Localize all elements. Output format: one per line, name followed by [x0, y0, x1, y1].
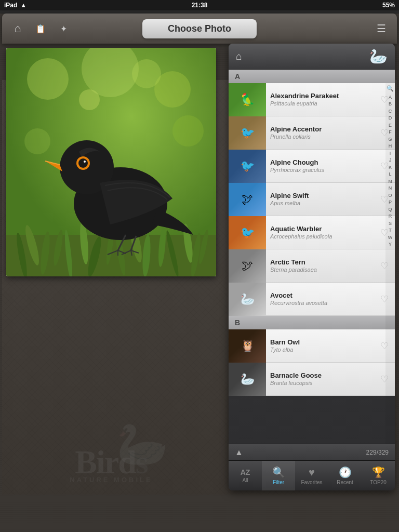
tab-top20[interactable]: 🏆 TOP20 [362, 461, 395, 490]
swan-icon: 🦢 [369, 48, 388, 65]
tab-recent-label: Recent [337, 480, 353, 485]
bird-item-barn-owl[interactable]: 🦉 Barn Owl Tyto alba ♡ [229, 329, 395, 363]
index-k[interactable]: K [389, 164, 392, 171]
svg-point-6 [79, 89, 100, 110]
bird-list-panel: ⌂ 🦢 A 🦜 Alexandrine Parakeet Psittacula … [229, 44, 395, 490]
pagination-bar: ▲ 229/329 [229, 444, 395, 460]
tab-filter-label: Filter [273, 480, 284, 485]
brand-subtitle: NATURE MOBILE [70, 476, 152, 484]
bird-thumb-alexandrine: 🦜 [229, 83, 266, 116]
bird-thumb-aquatic-warbler: 🐦 [229, 216, 266, 249]
bird-name-alexandrine: Alexandrine Parakeet [270, 92, 376, 100]
bird-name-avocet: Avocet [270, 291, 376, 300]
list-header: ⌂ 🦢 [229, 44, 395, 70]
list-view-button[interactable]: ☰ [370, 17, 393, 40]
bird-name-arctic-tern: Arctic Tern [270, 258, 376, 267]
bird-item-aquatic-warbler[interactable]: 🐦 Aquatic Warbler Acrocephalus paludicol… [229, 216, 395, 249]
index-p[interactable]: P [389, 199, 392, 206]
index-m[interactable]: M [388, 178, 392, 185]
tab-filter[interactable]: 🔍 Filter [262, 461, 295, 490]
index-b[interactable]: B [389, 101, 392, 108]
toolbar: ⌂ 📋 ✦ Choose Photo ☰ [2, 14, 397, 44]
bird-thumb-arctic-tern: 🕊 [229, 249, 266, 283]
bird-item-alpine-chough[interactable]: 🐦 Alpine Chough Pyrrhocorax graculus ♡ [229, 150, 395, 183]
bird-latin-barn-owl: Tyto alba [270, 347, 376, 353]
scroll-up-button[interactable]: ▲ [235, 448, 243, 457]
svg-point-4 [172, 115, 204, 147]
device-label: iPad [4, 2, 17, 9]
bird-name-barnacle-goose: Barnacle Goose [270, 371, 376, 380]
index-s[interactable]: S [389, 220, 392, 228]
choose-photo-button[interactable]: Choose Photo [142, 19, 257, 38]
bird-item-arctic-tern[interactable]: 🕊 Arctic Tern Sterna paradisaea ♡ [229, 249, 395, 283]
index-q[interactable]: Q [388, 206, 392, 214]
index-i[interactable]: I [390, 150, 391, 157]
bird-item-barnacle-goose[interactable]: 🦢 Barnacle Goose Branta leucopsis ♡ [229, 363, 395, 396]
section-a-header: A [229, 70, 395, 83]
content-area: 🦢 Birds NATURE MOBILE ⌂ 🦢 A [2, 44, 397, 495]
app-container: ⌂ 📋 ✦ Choose Photo ☰ [0, 14, 399, 532]
bird-thumb-alpine-swift: 🕊 [229, 183, 266, 216]
index-search[interactable]: 🔍 [387, 84, 394, 93]
status-right: 55% [382, 2, 395, 9]
left-panel: 🦢 Birds NATURE MOBILE [2, 44, 220, 495]
svg-point-5 [24, 128, 50, 154]
tab-bar: AZ All 🔍 Filter ♥ Favorites 🕐 Recent 🏆 [229, 460, 395, 490]
bird-info-barn-owl: Barn Owl Tyto alba [266, 336, 380, 355]
tab-all[interactable]: AZ All [229, 461, 262, 490]
bird-item-alexandrine[interactable]: 🦜 Alexandrine Parakeet Psittacula eupatr… [229, 83, 395, 116]
tab-top20-label: TOP20 [370, 480, 387, 485]
index-f[interactable]: F [389, 129, 392, 136]
index-w[interactable]: W [388, 234, 393, 242]
index-e[interactable]: E [389, 122, 392, 129]
bird-info-alpine-chough: Alpine Chough Pyrrhocorax graculus [266, 156, 380, 176]
index-l[interactable]: L [389, 171, 391, 178]
bird-latin-alpine-accentor: Prunella collaris [270, 134, 376, 140]
bird-info-aquatic-warbler: Aquatic Warbler Acrocephalus paludicola [266, 223, 380, 242]
bird-info-alpine-accentor: Alpine Accentor Prunella collaris [266, 123, 380, 142]
tab-favorites[interactable]: ♥ Favorites [295, 461, 328, 490]
index-j[interactable]: J [389, 157, 392, 164]
battery-label: 55% [382, 2, 395, 9]
section-b-header: B [229, 316, 395, 329]
list-home-icon[interactable]: ⌂ [236, 50, 242, 62]
index-h[interactable]: H [389, 143, 392, 150]
bird-latin-barnacle-goose: Branta leucopsis [270, 380, 376, 387]
bird-item-alpine-swift[interactable]: 🕊 Alpine Swift Apus melba ♡ [229, 183, 395, 216]
tree-button[interactable]: ✦ [52, 17, 75, 40]
doc-button[interactable]: 📋 [29, 17, 52, 40]
index-n[interactable]: N [389, 185, 392, 192]
bird-item-alpine-accentor[interactable]: 🐦 Alpine Accentor Prunella collaris ♡ [229, 116, 395, 150]
bird-thumb-barnacle-goose: 🦢 [229, 363, 266, 396]
index-y[interactable]: Y [389, 241, 392, 248]
index-c[interactable]: C [389, 108, 392, 115]
index-t[interactable]: T [389, 227, 392, 234]
bird-item-avocet[interactable]: 🦢 Avocet Recurvirostra avosetta ♡ [229, 283, 395, 316]
tab-all-icon: AZ [241, 468, 250, 476]
status-bar: iPad ▲ 21:38 55% [0, 0, 399, 10]
bird-thumb-avocet: 🦢 [229, 283, 266, 316]
tab-favorites-label: Favorites [301, 480, 322, 485]
index-o[interactable]: O [388, 192, 392, 200]
index-sidebar: 🔍 A B C D E F G H I J K L M N O P [385, 83, 395, 444]
bird-list[interactable]: 🦜 Alexandrine Parakeet Psittacula eupatr… [229, 83, 395, 444]
bird-info-arctic-tern: Arctic Tern Sterna paradisaea [266, 256, 380, 275]
bird-thumb-alpine-accentor: 🐦 [229, 116, 266, 150]
index-d[interactable]: D [389, 115, 392, 122]
bird-latin-alpine-chough: Pyrrhocorax graculus [270, 167, 376, 174]
bird-name-barn-owl: Barn Owl [270, 338, 376, 347]
bird-info-alexandrine: Alexandrine Parakeet Psittacula eupatria [266, 90, 380, 109]
index-r[interactable]: R [389, 213, 392, 220]
tab-recent[interactable]: 🕐 Recent [328, 461, 362, 490]
svg-point-7 [132, 59, 161, 88]
bird-latin-avocet: Recurvirostra avosetta [270, 300, 376, 307]
bird-photo-container [6, 48, 216, 276]
index-g[interactable]: G [388, 136, 392, 143]
tab-favorites-icon: ♥ [309, 467, 315, 478]
brand-watermark: 🦢 Birds NATURE MOBILE [70, 446, 152, 484]
status-left: iPad ▲ [4, 2, 26, 9]
index-a[interactable]: A [389, 94, 392, 101]
home-button[interactable]: ⌂ [6, 17, 29, 40]
svg-point-32 [84, 161, 86, 163]
tab-recent-icon: 🕐 [339, 466, 352, 478]
